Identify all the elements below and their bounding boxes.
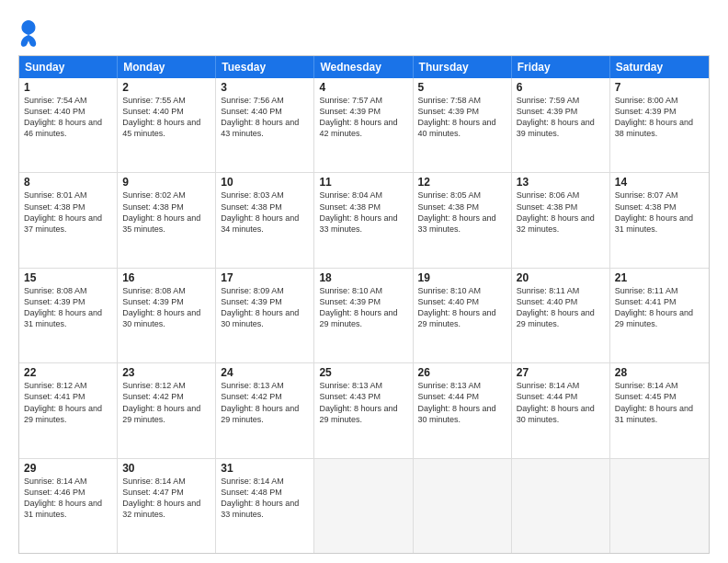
calendar-cell: 28Sunrise: 8:14 AMSunset: 4:45 PMDayligh… [610,363,709,457]
calendar-header-cell: Saturday [610,56,709,78]
day-number: 16 [122,271,210,284]
calendar-cell: 17Sunrise: 8:09 AMSunset: 4:39 PMDayligh… [216,269,314,362]
calendar-cell: 13Sunrise: 8:06 AMSunset: 4:38 PMDayligh… [512,173,610,267]
calendar-cell: 6Sunrise: 7:59 AMSunset: 4:39 PMDaylight… [512,78,610,172]
cell-info: Sunrise: 8:13 AMSunset: 4:43 PMDaylight:… [319,381,397,423]
calendar-row: 29Sunrise: 8:14 AMSunset: 4:46 PMDayligh… [19,458,709,553]
page: SundayMondayTuesdayWednesdayThursdayFrid… [0,0,728,563]
day-number: 25 [319,366,407,379]
day-number: 28 [615,366,704,379]
day-number: 8 [24,176,112,189]
logo [18,18,37,48]
cell-info: Sunrise: 8:14 AMSunset: 4:45 PMDaylight:… [615,381,693,423]
day-number: 29 [24,462,112,475]
day-number: 26 [418,366,506,379]
day-number: 1 [24,81,112,94]
day-number: 10 [221,176,309,189]
day-number: 6 [517,81,605,94]
cell-info: Sunrise: 8:08 AMSunset: 4:39 PMDaylight:… [24,286,102,328]
cell-info: Sunrise: 8:14 AMSunset: 4:44 PMDaylight:… [517,381,595,423]
calendar-row: 1Sunrise: 7:54 AMSunset: 4:40 PMDaylight… [19,78,709,172]
logo-bird-icon [20,18,37,48]
calendar-cell: 7Sunrise: 8:00 AMSunset: 4:39 PMDaylight… [610,78,709,172]
calendar-cell: 21Sunrise: 8:11 AMSunset: 4:41 PMDayligh… [610,269,709,362]
day-number: 23 [122,366,210,379]
day-number: 31 [221,462,309,475]
cell-info: Sunrise: 8:13 AMSunset: 4:42 PMDaylight:… [221,381,299,423]
calendar-cell: 29Sunrise: 8:14 AMSunset: 4:46 PMDayligh… [19,459,118,553]
cell-info: Sunrise: 8:10 AMSunset: 4:40 PMDaylight:… [418,286,496,328]
calendar-cell [512,459,610,553]
cell-info: Sunrise: 8:06 AMSunset: 4:38 PMDaylight:… [517,190,595,233]
calendar-cell: 25Sunrise: 8:13 AMSunset: 4:43 PMDayligh… [314,363,413,457]
day-number: 7 [615,81,704,94]
calendar-cell: 14Sunrise: 8:07 AMSunset: 4:38 PMDayligh… [610,173,709,267]
day-number: 9 [122,176,210,189]
cell-info: Sunrise: 8:10 AMSunset: 4:39 PMDaylight:… [319,286,397,328]
day-number: 19 [418,271,506,284]
calendar-cell: 26Sunrise: 8:13 AMSunset: 4:44 PMDayligh… [414,363,512,457]
cell-info: Sunrise: 8:11 AMSunset: 4:41 PMDaylight:… [615,286,693,328]
cell-info: Sunrise: 7:55 AMSunset: 4:40 PMDaylight:… [122,96,200,138]
cell-info: Sunrise: 8:09 AMSunset: 4:39 PMDaylight:… [221,286,299,328]
cell-info: Sunrise: 7:58 AMSunset: 4:39 PMDaylight:… [418,96,496,138]
day-number: 12 [418,176,506,189]
header [18,15,710,48]
calendar-cell: 11Sunrise: 8:04 AMSunset: 4:38 PMDayligh… [314,173,413,267]
calendar-row: 22Sunrise: 8:12 AMSunset: 4:41 PMDayligh… [19,362,709,457]
day-number: 2 [122,81,210,94]
cell-info: Sunrise: 8:00 AMSunset: 4:39 PMDaylight:… [615,96,693,138]
calendar-header-cell: Monday [118,56,216,78]
cell-info: Sunrise: 7:57 AMSunset: 4:39 PMDaylight:… [319,96,397,138]
calendar-cell: 18Sunrise: 8:10 AMSunset: 4:39 PMDayligh… [314,269,413,362]
calendar-cell: 23Sunrise: 8:12 AMSunset: 4:42 PMDayligh… [118,363,216,457]
calendar-cell: 30Sunrise: 8:14 AMSunset: 4:47 PMDayligh… [118,459,216,553]
calendar-header-cell: Thursday [414,56,512,78]
cell-info: Sunrise: 8:13 AMSunset: 4:44 PMDaylight:… [418,381,496,423]
calendar-cell: 22Sunrise: 8:12 AMSunset: 4:41 PMDayligh… [19,363,118,457]
cell-info: Sunrise: 8:04 AMSunset: 4:38 PMDaylight:… [319,190,397,233]
cell-info: Sunrise: 8:11 AMSunset: 4:40 PMDaylight:… [517,286,595,328]
cell-info: Sunrise: 8:08 AMSunset: 4:39 PMDaylight:… [122,286,200,328]
day-number: 27 [517,366,605,379]
day-number: 30 [122,462,210,475]
calendar-cell: 19Sunrise: 8:10 AMSunset: 4:40 PMDayligh… [414,269,512,362]
calendar-cell: 15Sunrise: 8:08 AMSunset: 4:39 PMDayligh… [19,269,118,362]
day-number: 17 [221,271,309,284]
calendar-header-cell: Friday [512,56,610,78]
day-number: 3 [221,81,309,94]
calendar: SundayMondayTuesdayWednesdayThursdayFrid… [18,55,710,554]
cell-info: Sunrise: 8:12 AMSunset: 4:41 PMDaylight:… [24,381,102,423]
cell-info: Sunrise: 7:54 AMSunset: 4:40 PMDaylight:… [24,96,102,138]
calendar-cell: 31Sunrise: 8:14 AMSunset: 4:48 PMDayligh… [216,459,314,553]
calendar-row: 8Sunrise: 8:01 AMSunset: 4:38 PMDaylight… [19,172,709,267]
day-number: 4 [319,81,407,94]
calendar-cell: 10Sunrise: 8:03 AMSunset: 4:38 PMDayligh… [216,173,314,267]
day-number: 21 [615,271,704,284]
cell-info: Sunrise: 8:05 AMSunset: 4:38 PMDaylight:… [418,190,496,233]
calendar-header-row: SundayMondayTuesdayWednesdayThursdayFrid… [19,56,709,78]
day-number: 22 [24,366,112,379]
calendar-row: 15Sunrise: 8:08 AMSunset: 4:39 PMDayligh… [19,268,709,362]
day-number: 11 [319,176,407,189]
cell-info: Sunrise: 8:14 AMSunset: 4:47 PMDaylight:… [122,477,200,519]
cell-info: Sunrise: 7:59 AMSunset: 4:39 PMDaylight:… [517,96,595,138]
day-number: 24 [221,366,309,379]
calendar-cell: 20Sunrise: 8:11 AMSunset: 4:40 PMDayligh… [512,269,610,362]
day-number: 18 [319,271,407,284]
calendar-cell: 8Sunrise: 8:01 AMSunset: 4:38 PMDaylight… [19,173,118,267]
cell-info: Sunrise: 8:12 AMSunset: 4:42 PMDaylight:… [122,381,200,423]
calendar-cell: 24Sunrise: 8:13 AMSunset: 4:42 PMDayligh… [216,363,314,457]
cell-info: Sunrise: 7:56 AMSunset: 4:40 PMDaylight:… [221,96,299,138]
calendar-cell: 3Sunrise: 7:56 AMSunset: 4:40 PMDaylight… [216,78,314,172]
calendar-cell [414,459,512,553]
cell-info: Sunrise: 8:02 AMSunset: 4:38 PMDaylight:… [122,190,200,233]
calendar-cell: 12Sunrise: 8:05 AMSunset: 4:38 PMDayligh… [414,173,512,267]
calendar-header-cell: Wednesday [314,56,413,78]
cell-info: Sunrise: 8:14 AMSunset: 4:48 PMDaylight:… [221,477,299,519]
calendar-cell: 16Sunrise: 8:08 AMSunset: 4:39 PMDayligh… [118,269,216,362]
day-number: 20 [517,271,605,284]
day-number: 5 [418,81,506,94]
calendar-cell: 1Sunrise: 7:54 AMSunset: 4:40 PMDaylight… [19,78,118,172]
calendar-cell [314,459,413,553]
